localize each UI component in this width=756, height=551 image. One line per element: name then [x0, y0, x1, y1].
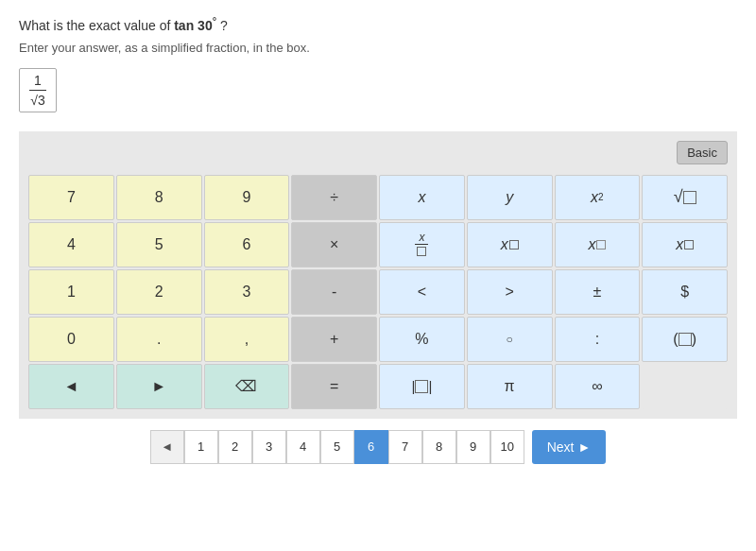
key-2[interactable]: 2	[116, 269, 202, 315]
key-5[interactable]: 5	[116, 222, 202, 267]
fraction-numerator: 1	[29, 73, 46, 91]
key-x-box-super[interactable]: x	[555, 222, 641, 267]
pagination-page-7[interactable]: 7	[388, 430, 422, 464]
question-angle: 30°	[198, 18, 216, 33]
key-degree[interactable]: ○	[467, 317, 553, 362]
pagination-page-4[interactable]: 4	[286, 430, 320, 464]
key-paren-box[interactable]: ()	[642, 317, 728, 362]
key-y[interactable]: y	[467, 175, 553, 220]
pagination-prev[interactable]: ◄	[150, 430, 184, 464]
basic-button[interactable]: Basic	[677, 141, 728, 164]
key-right-arrow[interactable]: ►	[116, 364, 202, 409]
key-x-squared[interactable]: x2	[555, 175, 641, 220]
key-6[interactable]: 6	[204, 222, 290, 267]
key-infinity[interactable]: ∞	[555, 364, 641, 409]
answer-fraction[interactable]: 1 √3	[19, 68, 57, 112]
page-container: What is the exact value of tan 30° ? Ent…	[0, 0, 756, 464]
fraction-denominator: √3	[30, 91, 44, 108]
key-3[interactable]: 3	[204, 269, 290, 315]
pagination-page-3[interactable]: 3	[252, 430, 286, 464]
key-fraction[interactable]: x	[379, 222, 465, 267]
pagination-page-9[interactable]: 9	[456, 430, 490, 464]
key-4[interactable]: 4	[28, 222, 114, 267]
key-minus[interactable]: -	[291, 269, 377, 315]
key-1[interactable]: 1	[28, 269, 114, 315]
pagination-bar: ◄ 1 2 3 4 5 6 7 8 9 10 Next ►	[19, 430, 737, 464]
pagination-page-10[interactable]: 10	[490, 430, 524, 464]
key-divide[interactable]: ÷	[291, 175, 377, 220]
question-title: What is the exact value of tan 30° ?	[19, 15, 737, 33]
key-comma[interactable]: ,	[204, 317, 290, 362]
next-arrow-icon: ►	[577, 439, 591, 455]
key-equals[interactable]: =	[291, 364, 377, 409]
key-7[interactable]: 7	[28, 175, 114, 220]
key-multiply[interactable]: ×	[291, 222, 377, 267]
key-abs-value[interactable]: ||	[379, 364, 465, 409]
key-colon[interactable]: :	[555, 317, 641, 362]
question-function: tan	[174, 18, 194, 33]
key-x-sub-box[interactable]: x	[642, 222, 728, 267]
key-9[interactable]: 9	[204, 175, 290, 220]
key-0[interactable]: 0	[28, 317, 114, 362]
key-sqrt[interactable]: √	[642, 175, 728, 220]
key-x-super-box[interactable]: x	[467, 222, 553, 267]
question-prefix: What is the exact value of	[19, 18, 174, 33]
key-8[interactable]: 8	[116, 175, 202, 220]
next-button[interactable]: Next ►	[532, 430, 607, 464]
pagination-page-2[interactable]: 2	[218, 430, 252, 464]
key-left-arrow[interactable]: ◄	[28, 364, 114, 409]
instruction-text: Enter your answer, as a simplified fract…	[19, 41, 737, 55]
pagination-page-1[interactable]: 1	[184, 430, 218, 464]
key-greater-than[interactable]: >	[467, 269, 553, 315]
pagination-page-5[interactable]: 5	[320, 430, 354, 464]
key-backspace[interactable]: ⌫	[204, 364, 290, 409]
key-pi[interactable]: π	[467, 364, 553, 409]
key-less-than[interactable]: <	[379, 269, 465, 315]
key-plus-minus[interactable]: ±	[555, 269, 641, 315]
calc-grid: 7 8 9 ÷ x y x2 √ 4 5 6 × x x x	[28, 175, 728, 409]
key-dollar[interactable]: $	[642, 269, 728, 315]
key-empty	[642, 364, 728, 409]
pagination-page-8[interactable]: 8	[422, 430, 456, 464]
calculator: Basic 7 8 9 ÷ x y x2 √ 4 5 6 × x x	[19, 131, 737, 419]
key-dot[interactable]: .	[116, 317, 202, 362]
key-plus[interactable]: +	[291, 317, 377, 362]
question-suffix: ?	[216, 18, 228, 33]
pagination-page-6[interactable]: 6	[354, 430, 388, 464]
key-percent[interactable]: %	[379, 317, 465, 362]
key-x[interactable]: x	[379, 175, 465, 220]
